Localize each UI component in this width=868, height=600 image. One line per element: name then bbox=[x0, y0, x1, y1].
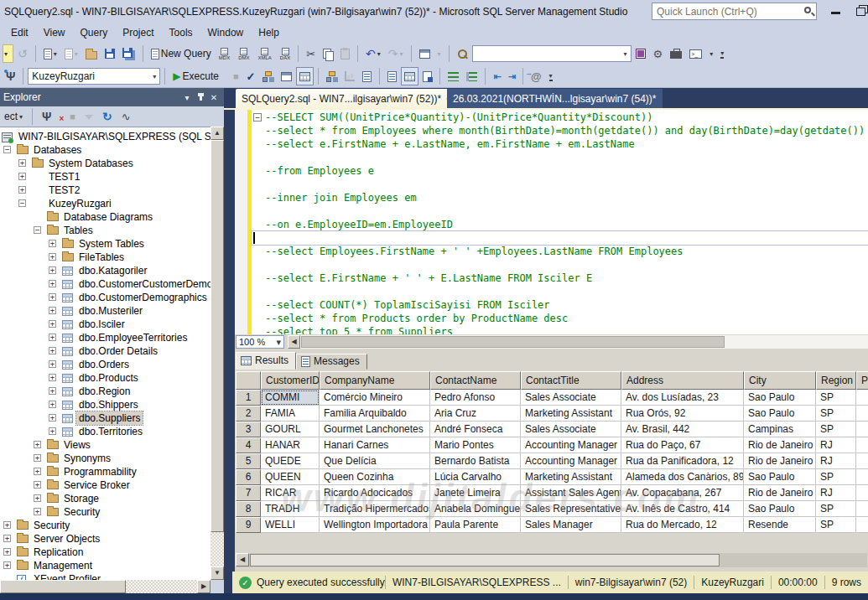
row-header[interactable]: 9 bbox=[236, 517, 261, 533]
expand-toggle-icon[interactable]: + bbox=[49, 401, 56, 408]
menu-window[interactable]: Window bbox=[200, 24, 252, 41]
grid-cell[interactable]: Sao Paulo bbox=[744, 501, 816, 517]
copy-button[interactable] bbox=[320, 44, 336, 63]
disconnect-button[interactable] bbox=[57, 107, 64, 126]
window-list-dropdown[interactable] bbox=[434, 44, 444, 63]
grid-cell[interactable] bbox=[856, 453, 868, 469]
save-button[interactable] bbox=[101, 44, 118, 63]
save-all-button[interactable] bbox=[119, 44, 138, 63]
tree-item-databases[interactable]: −Databases bbox=[0, 143, 211, 157]
row-header[interactable]: 6 bbox=[236, 469, 261, 485]
toolbar-overflow-button[interactable] bbox=[717, 44, 727, 63]
expand-toggle-icon[interactable]: + bbox=[34, 454, 41, 462]
expand-toggle-icon[interactable]: + bbox=[49, 266, 56, 274]
grid-cell[interactable]: Av. Copacabana, 267 bbox=[621, 485, 744, 501]
actual-plan-button[interactable] bbox=[323, 67, 340, 85]
grid-cell[interactable]: RICAR bbox=[261, 485, 320, 501]
grid-cell[interactable] bbox=[856, 469, 868, 485]
toolbox-button[interactable] bbox=[667, 44, 685, 63]
grid-cell[interactable]: Familia Arquibaldo bbox=[320, 406, 430, 422]
undo-button[interactable] bbox=[362, 44, 384, 63]
grid-cell[interactable]: Que Delícia bbox=[320, 453, 430, 469]
expand-toggle-icon[interactable]: − bbox=[18, 199, 26, 207]
grid-cell[interactable]: Marketing Assistant bbox=[521, 469, 621, 485]
column-header-postalcode[interactable]: PostalCode bbox=[856, 371, 868, 390]
tree-item-replication[interactable]: +Replication bbox=[0, 546, 211, 559]
grid-cell[interactable]: Alameda dos Canàrios, 891 bbox=[621, 469, 744, 485]
expand-toggle-icon[interactable]: + bbox=[34, 441, 41, 448]
panel-menu-icon[interactable] bbox=[180, 93, 194, 102]
more-windows-dropdown[interactable] bbox=[706, 44, 716, 63]
editor-zoom-combo[interactable]: 100 % bbox=[236, 335, 284, 349]
design-query-button[interactable] bbox=[359, 67, 375, 85]
increase-indent-button[interactable] bbox=[505, 67, 518, 85]
grid-cell[interactable]: Rio de Janeiro bbox=[744, 437, 816, 453]
grid-cell[interactable]: COMMI bbox=[261, 390, 320, 406]
quick-launch-box[interactable] bbox=[652, 3, 817, 20]
query-options-button[interactable] bbox=[278, 67, 295, 85]
navigate-backward-button[interactable] bbox=[14, 44, 31, 63]
grid-cell[interactable] bbox=[856, 406, 868, 422]
code-line-10[interactable] bbox=[252, 231, 868, 245]
tree-item-dbo-products[interactable]: +dbo.Products bbox=[0, 371, 211, 385]
tree-item-dbo-territories[interactable]: +dbo.Territories bbox=[0, 425, 211, 438]
expand-toggle-icon[interactable]: + bbox=[49, 334, 56, 341]
code-line-14[interactable] bbox=[252, 285, 868, 298]
expand-toggle-icon[interactable]: + bbox=[49, 253, 56, 261]
expand-toggle-icon[interactable]: + bbox=[3, 561, 11, 569]
expand-toggle-icon[interactable]: + bbox=[34, 481, 41, 489]
expand-toggle-icon[interactable]: + bbox=[3, 521, 11, 529]
code-line-12[interactable] bbox=[252, 258, 868, 272]
tree-item-management[interactable]: +Management bbox=[0, 559, 211, 572]
grid-cell[interactable]: RJ bbox=[816, 437, 856, 453]
grid-cell[interactable]: Rio de Janeiro bbox=[744, 453, 816, 469]
grid-cell[interactable]: Sao Paulo bbox=[744, 406, 816, 422]
tree-item-system-databases[interactable]: +System Databases bbox=[0, 157, 211, 170]
grid-cell[interactable]: HANAR bbox=[261, 437, 320, 453]
tree-item-views[interactable]: +Views bbox=[0, 438, 211, 452]
code-line-7[interactable]: --inner join Employees em bbox=[252, 191, 868, 204]
collapse-region-icon[interactable]: − bbox=[253, 113, 262, 122]
redo-button[interactable] bbox=[385, 44, 407, 63]
grid-cell[interactable]: Accounting Manager bbox=[521, 437, 621, 453]
pin-icon[interactable] bbox=[194, 93, 207, 102]
editor-horizontal-scrollbar[interactable] bbox=[300, 335, 868, 349]
new-xmla-query-button[interactable]: XMLA bbox=[254, 44, 274, 63]
grid-cell[interactable]: Lúcia Carvalho bbox=[430, 469, 521, 485]
filter-button[interactable] bbox=[81, 107, 96, 126]
code-line-13[interactable]: --select E.FirstName + ' ' + E.LastName … bbox=[252, 272, 868, 285]
tree-item-security[interactable]: +Security bbox=[0, 505, 211, 519]
expand-toggle-icon[interactable]: + bbox=[49, 320, 56, 328]
cut-button[interactable] bbox=[303, 44, 319, 63]
results-to-grid-button[interactable] bbox=[401, 67, 418, 85]
expand-toggle-icon[interactable]: + bbox=[49, 374, 56, 381]
grid-cell[interactable]: Rua Orós, 92 bbox=[621, 406, 744, 422]
grid-cell[interactable]: Bernardo Batista bbox=[430, 453, 521, 469]
code-line-3[interactable]: --select e.FirstName + e.LastName, em.Fi… bbox=[252, 137, 868, 151]
tree-item-storage[interactable]: +Storage bbox=[0, 492, 211, 505]
grid-cell[interactable] bbox=[856, 422, 868, 437]
results-tab-messages[interactable]: Messages bbox=[296, 354, 367, 370]
menu-view[interactable]: View bbox=[36, 24, 73, 41]
row-header[interactable]: 7 bbox=[236, 485, 261, 501]
results-to-text-button[interactable] bbox=[384, 67, 400, 85]
code-line-2[interactable]: --select * from Employees where month(Bi… bbox=[252, 124, 868, 137]
grid-cell[interactable]: Hanari Carnes bbox=[320, 437, 430, 453]
editor-toolbar-overflow[interactable] bbox=[546, 67, 556, 85]
grid-cell[interactable]: Mario Pontes bbox=[430, 437, 521, 453]
expand-toggle-icon[interactable]: + bbox=[18, 186, 26, 194]
expand-toggle-icon[interactable]: + bbox=[18, 173, 26, 180]
tree-item-filetables[interactable]: +FileTables bbox=[0, 251, 211, 264]
grid-cell[interactable]: RJ bbox=[816, 485, 856, 501]
row-header[interactable]: 2 bbox=[236, 406, 261, 422]
stop-button[interactable] bbox=[66, 107, 79, 126]
tree-item-security[interactable]: +Security bbox=[0, 519, 211, 532]
expand-toggle-icon[interactable]: + bbox=[34, 508, 41, 515]
column-header-address[interactable]: Address bbox=[621, 371, 744, 390]
sql-editor[interactable]: --SELECT SUM((UnitPrice*Quantity)-(UnitP… bbox=[235, 110, 868, 334]
cancel-query-button[interactable] bbox=[230, 67, 242, 85]
new-query-button[interactable]: New Query bbox=[148, 44, 215, 63]
grid-cell[interactable]: Av. Brasil, 442 bbox=[621, 422, 744, 437]
grid-cell[interactable]: TRADH bbox=[261, 501, 320, 517]
grid-cell[interactable]: Aria Cruz bbox=[430, 406, 521, 422]
